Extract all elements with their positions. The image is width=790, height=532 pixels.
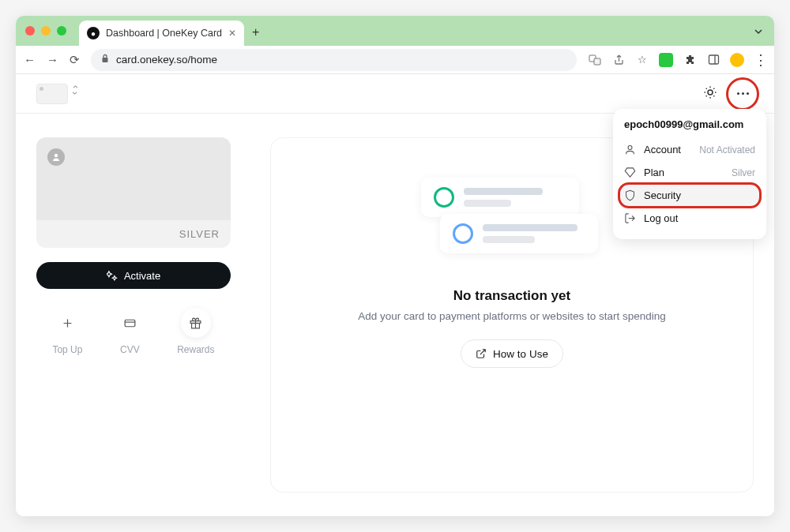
gift-icon [181,308,211,338]
topup-label: Top Up [52,344,82,355]
diamond-icon [624,167,636,178]
highlight-ring [726,77,759,111]
svg-point-7 [55,154,58,157]
translate-icon[interactable] [588,53,602,67]
svg-point-5 [708,90,713,95]
svg-point-6 [628,146,632,150]
card-display: SILVER [36,137,231,248]
cvv-action[interactable]: CVV [115,308,145,355]
plus-icon [52,308,82,338]
sparkle-icon [107,270,118,281]
browser-tab-bar: ● Dashboard | OneKey Card ✕ + [16,16,774,46]
window-controls [25,26,66,36]
sidepanel-icon[interactable] [706,53,720,67]
bookmark-icon[interactable]: ☆ [635,53,649,67]
minimize-window-icon[interactable] [41,26,51,36]
empty-description: Add your card to payment platforms or we… [358,310,665,322]
back-icon[interactable]: ← [24,53,36,66]
card-tier-label: SILVER [179,228,220,240]
shield-icon [624,189,636,201]
browser-toolbar: ← → ⟳ card.onekey.so/home ☆ ⋮ [16,46,774,74]
card-selector[interactable] [36,84,68,104]
svg-rect-8 [125,320,135,327]
empty-title: No transaction yet [453,288,570,304]
rewards-label: Rewards [177,344,214,355]
close-window-icon[interactable] [25,26,35,36]
user-icon [624,144,636,155]
tab-title: Dashboard | OneKey Card [106,28,222,39]
tabs-dropdown-icon[interactable] [754,25,763,39]
browser-menu-icon[interactable]: ⋮ [754,51,766,69]
toolbar-actions: ☆ ⋮ [588,51,766,69]
lock-icon [100,54,110,66]
close-tab-icon[interactable]: ✕ [228,28,236,39]
plan-value: Silver [732,167,755,178]
dropdown-email: epoch00999@gmail.com [613,118,766,138]
svg-rect-3 [709,55,718,64]
account-label: Account [644,144,681,155]
security-label: Security [644,189,681,201]
new-tab-button[interactable]: + [252,25,259,39]
forward-icon[interactable]: → [47,53,58,66]
activate-label: Activate [124,270,160,282]
quick-actions: Top Up CVV Rewards [36,308,231,355]
user-dropdown: epoch00999@gmail.com Account Not Activat… [613,109,766,239]
app-header: epoch00999@gmail.com Account Not Activat… [16,74,774,114]
svg-rect-2 [594,58,600,65]
url-text: card.onekey.so/home [116,54,217,66]
plan-label: Plan [644,167,664,178]
external-link-icon [476,348,487,359]
browser-window: ● Dashboard | OneKey Card ✕ + ← → ⟳ card… [16,16,774,516]
logout-label: Log out [644,212,678,224]
extension-green-icon[interactable] [659,53,673,67]
left-column: SILVER Activate Top Up CVV [36,137,231,493]
dropdown-item-plan[interactable]: Plan Silver [613,161,766,184]
empty-state-illustration [421,178,603,272]
card-chip-icon [47,148,65,166]
topup-action[interactable]: Top Up [52,308,82,355]
rewards-action[interactable]: Rewards [177,308,214,355]
logout-icon [624,212,636,224]
maximize-window-icon[interactable] [57,26,66,36]
theme-toggle-icon[interactable] [703,85,717,103]
dropdown-item-logout[interactable]: Log out [613,207,766,230]
extensions-icon[interactable] [683,53,697,67]
tab-favicon-icon: ● [87,27,100,39]
how-to-use-button[interactable]: How to Use [461,339,563,368]
dropdown-item-security[interactable]: Security [618,184,762,207]
card-icon [115,308,145,338]
svg-rect-0 [103,58,108,62]
address-bar[interactable]: card.onekey.so/home [91,49,577,71]
howto-label: How to Use [493,348,548,360]
reload-icon[interactable]: ⟳ [70,53,80,67]
browser-tab[interactable]: ● Dashboard | OneKey Card ✕ [79,21,244,46]
cvv-label: CVV [120,344,140,355]
account-status: Not Activated [699,144,755,155]
dropdown-item-account[interactable]: Account Not Activated [613,138,766,161]
share-icon[interactable] [611,53,626,67]
profile-icon[interactable] [730,53,744,67]
more-menu-button[interactable] [732,83,754,105]
activate-button[interactable]: Activate [36,262,231,289]
